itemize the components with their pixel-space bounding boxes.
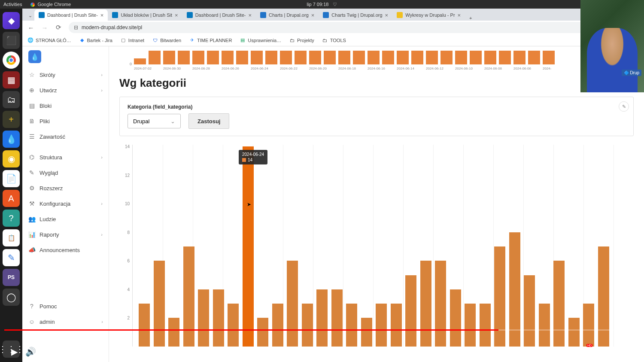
category-select[interactable]: Drupal ⌄ (128, 114, 181, 128)
browser-tab[interactable]: Dashboard | Drush Site-× (34, 9, 108, 21)
new-tab-button[interactable]: + (465, 15, 476, 21)
dock-app-icon[interactable]: 📋 (3, 229, 20, 246)
mini-bar[interactable] (455, 51, 467, 64)
bookmark-item[interactable]: ▢Intranet (120, 37, 144, 43)
dock-app-icon[interactable]: ◆ (3, 12, 20, 29)
browser-tab[interactable]: Układ bloków | Drush Sit× (108, 9, 182, 21)
bookmark-item[interactable]: 🗀Projekty (289, 37, 314, 43)
dock-files-icon[interactable]: 🗂 (3, 91, 20, 108)
close-icon[interactable]: × (311, 12, 315, 18)
sidebar-item[interactable]: ☆Skróty› (22, 67, 109, 82)
dock-obs-icon[interactable]: ◯ (3, 289, 20, 306)
mini-bar[interactable] (397, 51, 409, 64)
chart-bar[interactable] (243, 146, 254, 347)
dock-app-icon[interactable]: ⬛ (3, 32, 20, 49)
reload-button[interactable]: ⟳ (53, 24, 64, 31)
browser-tab[interactable]: Charts Twig | Drupal.org× (319, 9, 392, 21)
sidebar-item[interactable]: ⚒Konfiguracja› (22, 196, 109, 211)
mini-bar[interactable] (295, 51, 307, 64)
mini-bar[interactable] (543, 51, 555, 64)
dock-app-icon[interactable]: + (3, 111, 20, 128)
mini-bar[interactable] (280, 51, 292, 64)
tab-search-icon[interactable]: ⌄ (26, 10, 34, 21)
edit-icon[interactable]: ✎ (619, 101, 629, 112)
bookmark-item[interactable]: ◆Bartek - Jira (79, 37, 112, 43)
mini-bar[interactable] (513, 51, 526, 64)
mini-bar[interactable] (163, 51, 175, 64)
apply-button[interactable]: Zastosuj (188, 113, 229, 129)
sidebar-item[interactable]: ⊕Utwórz› (22, 82, 109, 98)
mini-bar[interactable] (265, 51, 277, 64)
mini-bar[interactable] (222, 51, 234, 64)
sidebar-item[interactable]: ?Pomoc (22, 298, 109, 314)
dock-app-icon[interactable]: ◉ (3, 150, 20, 167)
sidebar-item[interactable]: 📊Raporty› (22, 227, 109, 242)
bookmark-item[interactable]: 🗀TOOLS (322, 37, 346, 43)
bookmark-item[interactable]: 🛡Bitwarden (152, 37, 181, 43)
dock-app-icon[interactable]: 💧 (3, 131, 20, 148)
site-controls-icon[interactable]: ⊟ (74, 24, 78, 30)
sidebar-item[interactable]: ⌬Struktura› (22, 149, 109, 165)
play-button[interactable]: ▶ (11, 347, 18, 357)
bookmark-item[interactable]: ▤Usprawnienia… (240, 37, 281, 43)
dock-help-icon[interactable]: ? (3, 210, 20, 227)
mini-bar[interactable] (484, 51, 496, 64)
close-icon[interactable]: × (385, 12, 389, 18)
theater-icon[interactable]: ▭ (613, 347, 621, 357)
close-icon[interactable]: × (248, 12, 252, 18)
drupal-logo[interactable]: 💧 (22, 46, 109, 67)
dock-chrome-icon[interactable] (3, 52, 20, 69)
close-icon[interactable]: × (100, 12, 104, 18)
mini-bar[interactable] (353, 51, 365, 64)
dock-app-icon[interactable]: 📄 (3, 170, 20, 187)
volume-icon[interactable]: 🔊 (25, 347, 36, 357)
mini-bar[interactable] (499, 51, 511, 64)
mini-bar[interactable] (149, 51, 161, 64)
mini-bar[interactable] (324, 51, 336, 64)
mini-bar[interactable] (207, 51, 219, 64)
dock-app-icon[interactable]: ▦ (3, 71, 20, 88)
mini-bar[interactable] (236, 51, 248, 64)
back-button[interactable]: ← (26, 24, 36, 31)
browser-tab[interactable]: Charts | Drupal.org× (256, 9, 319, 21)
sidebar-item[interactable]: 👥Ludzie (22, 211, 109, 227)
fullscreen-icon[interactable]: ⛶ (629, 347, 637, 357)
mini-bar[interactable] (411, 51, 423, 64)
settings-icon[interactable]: ⚙HD (581, 347, 589, 357)
close-icon[interactable]: × (458, 12, 461, 18)
activities-label[interactable]: Activities (3, 2, 22, 7)
mini-bar[interactable] (338, 51, 350, 64)
address-bar[interactable]: ⊟ modern-drupal.ddev.site/pl (69, 22, 601, 33)
sidebar-item[interactable]: ☺admin› (22, 314, 109, 329)
video-progress-bar[interactable] (4, 329, 623, 331)
sidebar-item[interactable]: ✎Wygląd (22, 165, 109, 180)
mini-bar[interactable] (309, 51, 321, 64)
clock[interactable]: lip 7 09:18 (307, 2, 329, 7)
sidebar-item[interactable]: ☰Zawartość (22, 129, 109, 144)
sidebar-item[interactable]: 🗎Pliki (22, 113, 109, 129)
mini-bar[interactable] (470, 51, 482, 64)
mini-bar[interactable] (251, 51, 263, 64)
forward-button[interactable]: → (39, 24, 50, 31)
mini-bar[interactable] (528, 51, 540, 64)
browser-tab[interactable]: Wykresy w Drupalu - Pr× (392, 9, 465, 21)
sidebar-item[interactable]: ⚙Rozszerz (22, 180, 109, 196)
active-app[interactable]: Google Chrome (30, 2, 71, 7)
subtitles-icon[interactable]: ⊟ (566, 347, 574, 357)
mini-bar[interactable] (368, 51, 380, 64)
dock-app-icon[interactable]: A (3, 190, 20, 207)
notification-icon[interactable]: ♡ (333, 2, 337, 7)
miniplayer-icon[interactable]: ▣ (597, 347, 605, 357)
mini-bar[interactable] (134, 58, 146, 64)
dock-app-icon[interactable]: ✎ (3, 249, 20, 266)
mini-bar[interactable] (192, 51, 204, 64)
mini-bar[interactable] (426, 51, 438, 64)
mini-bar[interactable] (440, 51, 453, 64)
bookmark-item[interactable]: 🌐STRONA GŁÓ… (27, 37, 71, 43)
sidebar-item[interactable]: ▤Bloki (22, 98, 109, 113)
browser-tab[interactable]: Dashboard | Drush Site-× (182, 9, 256, 21)
close-icon[interactable]: × (175, 12, 178, 18)
sidebar-item[interactable]: 📣Announcements (22, 242, 109, 258)
mini-bar[interactable] (382, 51, 394, 64)
mini-bar[interactable] (178, 51, 190, 64)
